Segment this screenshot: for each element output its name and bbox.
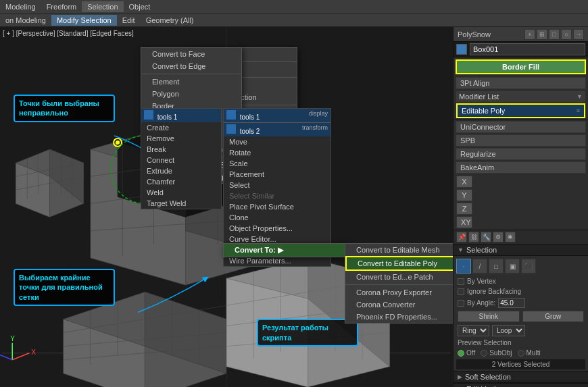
soft-selection-toggle[interactable]: ▶ [458, 373, 462, 380]
sel-icon-poly[interactable]: ▣ [505, 259, 520, 274]
by-angle-input[interactable] [498, 298, 525, 308]
sel-icon-dot[interactable]: · [456, 259, 471, 274]
selection-toggle[interactable]: ▼ [458, 247, 464, 253]
ignore-backfacing-checkbox[interactable] [458, 288, 464, 295]
bake-anim-button[interactable]: BakeAnim [456, 161, 586, 174]
menu-selection[interactable]: Selection [82, 1, 123, 12]
by-vertex-row: By Vertex [454, 276, 588, 286]
submenu-on-modeling[interactable]: on Modeling [0, 15, 51, 26]
convert-to-highlighted-item[interactable]: Convert To: ▶ [223, 243, 348, 257]
panel-icon-plus[interactable]: + [524, 29, 535, 40]
panel-icon-rect[interactable]: □ [549, 29, 560, 40]
svg-text:Y: Y [10, 335, 15, 342]
panel-icon-arrow[interactable]: → [573, 29, 584, 40]
regularize-button[interactable]: Regularize [456, 148, 586, 160]
radio-subobj-label: SubObj [489, 349, 512, 357]
menu-edge[interactable]: Edge [141, 112, 241, 124]
modifier-dropdown-icon[interactable]: ▼ [577, 93, 583, 100]
panel-icon-grid[interactable]: ⊞ [537, 29, 547, 40]
axis-z-button[interactable]: Z [456, 203, 472, 215]
menu-convert-to-face[interactable]: Convert to Face [141, 48, 241, 60]
menu-vertex[interactable]: Vertex [141, 124, 241, 136]
submenu-edit[interactable]: Edit [117, 15, 141, 26]
sel-icon-border[interactable]: □ [489, 259, 504, 274]
mod-icon-star[interactable]: ✱ [505, 232, 516, 242]
right-panel: PolySnow + ⊞ □ ○ → Border Fill 3Pt Align… [453, 27, 588, 387]
submenu-geometry-all[interactable]: Geometry (All) [141, 15, 199, 26]
ring-loop-row: Ring Loop [454, 324, 588, 338]
annotation-bottom-left: Выбираем крайние точки для правильной се… [14, 269, 115, 306]
radio-subobj[interactable]: SubObj [481, 349, 512, 357]
selection-icons-row: · / □ ▣ ⬛ [454, 256, 588, 276]
three-pt-align-button[interactable]: 3Pt Align [456, 77, 586, 89]
menu-object[interactable]: Object [124, 1, 156, 12]
menu-state-sets[interactable]: State Sets [190, 159, 297, 171]
editable-poly-label: Editable Poly [462, 107, 505, 115]
menu-top-level[interactable]: Top-level [141, 136, 241, 149]
viewport-label: [ + ] [Perspective] [Standard] [Edged Fa… [3, 30, 134, 37]
menu-freeform[interactable]: Freeform [41, 1, 82, 12]
radio-multi[interactable]: Multi [518, 349, 541, 357]
ignore-backfacing-row: Ignore Backfacing [454, 286, 588, 296]
by-angle-checkbox[interactable] [458, 300, 464, 307]
loop-select[interactable]: Loop [492, 325, 525, 336]
border-fill-button[interactable]: Border Fill [456, 59, 586, 74]
radio-subobj-dot [481, 350, 487, 357]
modifier-icons-row: 📌 ⛓ 🔧 ⚙ ✱ [454, 230, 588, 244]
menu-manage-state-sets[interactable]: Manage State Sets... [190, 171, 297, 183]
menu-polygon[interactable]: Polygon [141, 88, 241, 100]
object-name-bar [454, 42, 588, 57]
grow-button[interactable]: Grow [522, 311, 585, 322]
radio-multi-label: Multi [526, 349, 541, 357]
panel-icons: + ⊞ □ ○ → [524, 29, 584, 40]
mod-icon-chain[interactable]: ⛓ [468, 232, 479, 242]
sep-elem [141, 74, 241, 74]
editable-poly-item[interactable]: Editable Poly ≡ [456, 103, 585, 118]
uniconnector-button[interactable]: UniConnector [456, 121, 586, 133]
submenu-modify-selection[interactable]: Modify Selection [51, 15, 117, 26]
edit-vertices-header: ▼ Edit Vertices [454, 383, 588, 387]
menu-element[interactable]: Element [141, 76, 241, 88]
second-menu-bar: on Modeling Modify Selection Edit Geomet… [0, 14, 588, 27]
mod-icon-gear[interactable]: ⚙ [493, 232, 504, 242]
panel-icon-circle[interactable]: ○ [561, 29, 572, 40]
modifier-list-label: Modifier List [459, 93, 499, 101]
axis-y-button[interactable]: Y [456, 189, 472, 201]
svg-text:X: X [31, 349, 36, 356]
sel-icon-edge[interactable]: / [472, 259, 487, 274]
main-area: [ + ] [Perspective] [Standard] [Edged Fa… [0, 27, 588, 387]
menu-border[interactable]: Border [141, 100, 241, 112]
vertices-selected: 2 Vertices Selected [456, 359, 585, 369]
radio-off-label: Off [466, 349, 475, 357]
annotation-top-left: Точки были выбраны неправильно [14, 95, 115, 122]
radio-off-dot [458, 350, 464, 357]
object-name-input[interactable] [470, 43, 585, 55]
editable-poly-icon: ≡ [577, 107, 580, 114]
by-vertex-checkbox[interactable] [458, 278, 464, 285]
svg-point-36 [116, 140, 120, 145]
viewport-3d[interactable]: [ + ] [Perspective] [Standard] [Edged Fa… [0, 27, 453, 387]
modifier-header: Modifier List ▼ [456, 91, 585, 102]
preview-selection-header: Preview Selection [454, 338, 588, 348]
sel-icon-element[interactable]: ⬛ [521, 259, 536, 274]
ignore-backfacing-label: Ignore Backfacing [467, 288, 521, 295]
by-vertex-label: By Vertex [467, 278, 496, 285]
modifier-section: Modifier List ▼ Editable Poly ≡ [454, 90, 588, 120]
shrink-button[interactable]: Shrink [458, 311, 520, 322]
ring-select[interactable]: Ring [458, 325, 489, 336]
radio-off[interactable]: Off [458, 349, 475, 357]
by-angle-row: By Angle: [454, 296, 588, 309]
menu-modeling[interactable]: Modeling [0, 1, 41, 12]
soft-selection-label: Soft Selection [465, 373, 511, 381]
menu-convert-to-edge[interactable]: Convert to Edge [141, 60, 241, 72]
axis-xy-button[interactable]: XY [456, 216, 472, 228]
convert-to-label: Convert To: ▶ [224, 244, 347, 257]
top-menu-bar: Modeling Freeform Selection Object [0, 0, 588, 14]
spb-button[interactable]: SPB [456, 134, 586, 147]
convert-face-edge-menu: Convert to Face Convert to Edge Element … [141, 47, 242, 149]
axis-x-button[interactable]: X [456, 176, 472, 188]
object-color-box[interactable] [456, 44, 467, 55]
mod-icon-pin[interactable]: 📌 [456, 232, 467, 242]
mod-icon-magnet[interactable]: 🔧 [481, 232, 491, 242]
radio-multi-dot [518, 350, 524, 357]
